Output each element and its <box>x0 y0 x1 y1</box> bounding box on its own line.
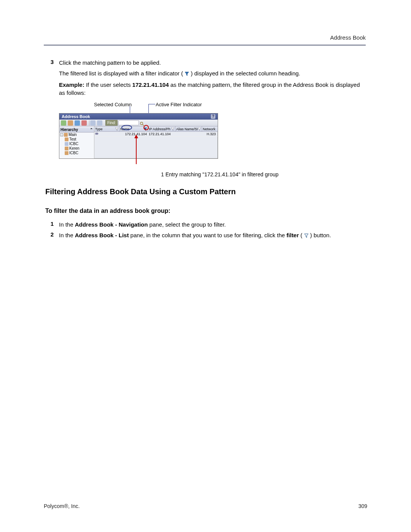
funnel-icon[interactable] <box>171 128 174 131</box>
cell-type <box>94 132 119 136</box>
step-text: In the Address Book - List pane, in the … <box>59 231 367 240</box>
help-button[interactable]: ? <box>211 114 215 119</box>
cell-ip: 172.21.41.104 <box>148 132 175 136</box>
text: pane, select the group to filter. <box>150 221 226 228</box>
text: If the user selects <box>86 81 132 88</box>
figure: Selected Column Active Filter Indicator … <box>59 102 219 168</box>
toolbar-icon-delete[interactable] <box>81 120 87 126</box>
tree-label: Test <box>69 137 76 142</box>
page: Address Book 3 Click the matching patter… <box>0 0 411 532</box>
tree-item[interactable]: Test <box>59 137 94 142</box>
toolbar-icon-add[interactable] <box>61 120 66 126</box>
footer-page: 309 <box>358 503 367 509</box>
bold-text: Address Book - Navigation <box>75 221 148 228</box>
step-3-example: Example: If the user selects 172.21.41.1… <box>59 81 367 97</box>
step-1: 1 In the Address Book - Navigation pane,… <box>45 220 367 229</box>
address-book-window: Address Book ? Find: <box>59 113 218 159</box>
tree-item[interactable]: ICBC <box>59 151 94 155</box>
example-label: Example: <box>59 81 84 88</box>
example-ip: 172.21.41.104 <box>132 81 169 88</box>
header-title: Address Book <box>330 34 366 41</box>
svg-point-0 <box>140 122 143 124</box>
col-name[interactable]: Name <box>119 126 148 131</box>
step-3: 3 Click the matching pattern to be appli… <box>45 59 367 67</box>
toolbar-icon-group[interactable] <box>75 120 80 126</box>
section-heading: Filtering Address Book Data Using a Cust… <box>45 187 367 196</box>
tree-header: Hierarchy ⌃ <box>59 127 94 133</box>
col-type[interactable]: Type <box>94 126 119 131</box>
arrow-up-icon <box>134 134 138 138</box>
col-label: Name <box>120 127 129 131</box>
tree-label: ICBC <box>69 142 78 146</box>
endpoint-icon <box>95 133 99 136</box>
window-title-bar: Address Book ? <box>59 113 218 120</box>
red-callout-line <box>136 137 137 164</box>
address-book-body: Hierarchy ⌃ - Main Test <box>59 126 218 158</box>
folder-icon <box>65 151 68 155</box>
filter-icon <box>304 232 309 240</box>
step-text: Click the matching pattern to be applied… <box>59 59 367 67</box>
text: In the <box>59 232 75 238</box>
folder-icon <box>65 137 68 141</box>
header-rule <box>44 45 366 46</box>
toolbar-separator <box>89 120 89 126</box>
step-number: 2 <box>45 231 59 240</box>
text: ) button. <box>310 232 331 238</box>
text: ) displayed in the selected column headi… <box>191 70 300 77</box>
step-number: 1 <box>45 220 59 229</box>
figure-caption: 1 Entry matching "172.21.41.104" in filt… <box>161 171 367 177</box>
tree-label: ICBC <box>69 151 78 155</box>
svg-line-1 <box>143 124 144 126</box>
expand-icon[interactable]: - <box>60 133 63 136</box>
text: The filtered list is displayed with a fi… <box>59 70 183 77</box>
hierarchy-label: Hierarchy <box>61 128 78 132</box>
bold-text: filter <box>287 232 299 238</box>
filter-icon <box>185 70 189 78</box>
col-ip[interactable]: IP Address/Ph <box>148 126 175 131</box>
tree-item[interactable]: ICBC <box>59 142 94 146</box>
toolbar-icon-edit[interactable] <box>68 120 73 126</box>
funnel-icon[interactable] <box>115 128 118 131</box>
callout-line <box>148 104 155 104</box>
step-text: In the Address Book - Navigation pane, s… <box>59 220 367 229</box>
bold-text: Address Book - List <box>75 232 129 238</box>
text: ( <box>300 232 302 238</box>
col-label: IP Address/Ph <box>149 127 170 131</box>
find-label: Find: <box>105 120 118 126</box>
funnel-icon-active[interactable] <box>144 128 147 131</box>
text: pane, in the column that you want to use… <box>131 232 287 238</box>
tree-label: Keren <box>69 146 80 151</box>
hierarchy-tree: Hierarchy ⌃ - Main Test <box>59 126 94 158</box>
tree-item[interactable]: Keren <box>59 146 94 151</box>
toolbar-icon-export[interactable] <box>97 120 102 126</box>
search-icon[interactable] <box>140 121 144 125</box>
toolbar-icon-import[interactable] <box>90 120 96 126</box>
find-input[interactable] <box>118 120 139 125</box>
pin-icon[interactable]: ⌃ <box>90 128 93 132</box>
grid-headers: Type Name IP Address/Ph <box>94 126 218 132</box>
col-alias[interactable]: Alias Name/SI <box>175 126 202 131</box>
content: 3 Click the matching pattern to be appli… <box>44 59 367 240</box>
col-label: Type <box>95 127 103 131</box>
footer: Polycom®, Inc. 309 <box>44 503 367 509</box>
cell-network: H.323 <box>202 132 218 136</box>
grid: Type Name IP Address/Ph <box>94 126 218 158</box>
page-header: Address Book <box>44 34 367 46</box>
grid-row[interactable]: 172.21.41.104 172.21.41.104 H.323 <box>94 132 218 137</box>
funnel-icon[interactable] <box>198 128 201 131</box>
tree-item-main[interactable]: - Main <box>59 133 94 137</box>
col-label: Network <box>203 127 215 131</box>
procedure-heading: To filter the data in an address book gr… <box>45 208 367 214</box>
svg-rect-3 <box>98 133 99 134</box>
folder-icon <box>65 142 68 146</box>
step-3-line2: The filtered list is displayed with a fi… <box>59 69 367 78</box>
cell-name: 172.21.41.104 <box>119 132 148 136</box>
col-label: Alias Name/SI <box>176 127 198 131</box>
step-number: 3 <box>45 59 59 67</box>
tree-label: Main <box>68 133 77 137</box>
window-title: Address Book <box>62 114 90 119</box>
folder-icon <box>64 133 68 137</box>
callout-selected-column: Selected Column <box>94 102 132 107</box>
text: In the <box>59 221 75 228</box>
col-network[interactable]: Network <box>202 126 218 131</box>
